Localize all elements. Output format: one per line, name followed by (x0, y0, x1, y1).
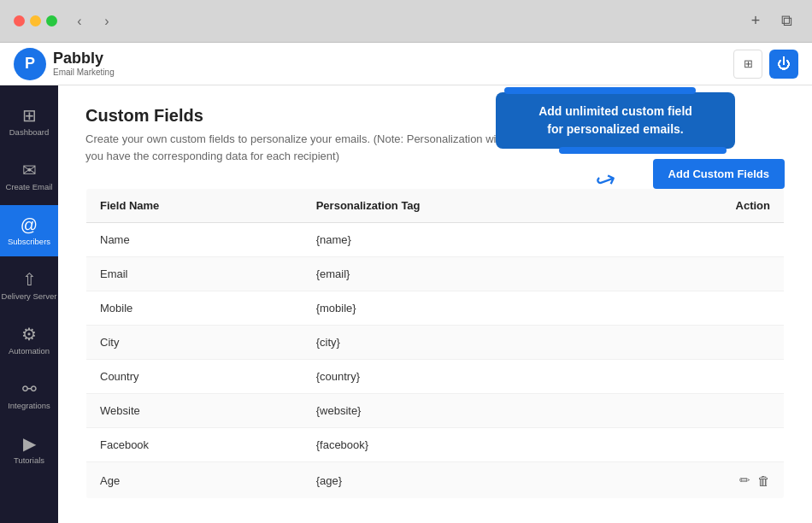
maximize-button[interactable] (46, 15, 57, 26)
cell-action (629, 223, 784, 257)
layout: ⊞ Dashboard ✉ Create Email @ Subscribers… (0, 85, 812, 523)
custom-fields-table: Field Name Personalization Tag Action Na… (85, 188, 785, 499)
table-row: City{city} (86, 326, 785, 360)
sidebar-item-tutorials[interactable]: ▶ Tutorials (0, 424, 58, 475)
delete-button[interactable]: 🗑 (757, 473, 770, 488)
col-header-field-name: Field Name (86, 189, 303, 223)
cell-field-name: Facebook (86, 428, 303, 462)
nav-buttons: ‹ › (68, 9, 119, 33)
cell-action (629, 291, 784, 326)
cell-field-name: Age (86, 462, 303, 499)
delivery-server-icon: ⇧ (22, 271, 37, 288)
tutorials-icon: ▶ (23, 435, 36, 452)
cell-personalization-tag: {name} (303, 223, 629, 257)
table-row: Age{age}✏🗑 (86, 462, 785, 499)
page-description: Create your own custom fields to persona… (85, 131, 564, 164)
logo-name: Pabbly (53, 50, 115, 68)
sidebar-item-subscribers[interactable]: @ Subscribers (0, 205, 58, 256)
cell-field-name: Country (86, 360, 303, 394)
cell-field-name: Name (86, 223, 303, 257)
create-email-icon: ✉ (22, 162, 37, 179)
cell-field-name: Email (86, 257, 303, 291)
cell-action (629, 326, 784, 360)
cell-action (629, 360, 784, 394)
browser-chrome: ‹ › + ⧉ (0, 0, 812, 43)
table-row: Email{email} (86, 257, 785, 291)
minimize-button[interactable] (30, 15, 41, 26)
forward-button[interactable]: › (95, 9, 119, 33)
cell-action (629, 394, 784, 428)
new-tab-button[interactable]: + (744, 9, 768, 33)
cell-personalization-tag: {website} (303, 394, 629, 428)
cell-personalization-tag: {facebook} (303, 428, 629, 462)
main-content: Add unlimited custom field for personali… (58, 85, 812, 523)
action-icons: ✏🗑 (643, 473, 770, 488)
table-header-row: Field Name Personalization Tag Action (86, 189, 785, 223)
sidebar-label-automation: Automation (9, 346, 50, 356)
cell-field-name: Mobile (86, 291, 303, 326)
top-bar: P Pabbly Email Marketing ⊞ ⏻ (0, 43, 812, 85)
subscribers-icon: @ (21, 216, 38, 233)
table-row: Name{name} (86, 223, 785, 257)
dashboard-icon: ⊞ (22, 107, 37, 124)
cell-field-name: Website (86, 394, 303, 428)
cell-personalization-tag: {age} (303, 462, 629, 499)
edit-button[interactable]: ✏ (739, 473, 750, 488)
cell-action (629, 428, 784, 462)
tooltip-banner: Add unlimited custom field for personali… (496, 92, 735, 149)
table-row: Website{website} (86, 394, 785, 428)
traffic-lights (14, 15, 57, 26)
cell-action: ✏🗑 (629, 462, 784, 499)
cell-field-name: City (86, 326, 303, 360)
logo-text: Pabbly Email Marketing (53, 50, 115, 77)
sidebar-item-create-email[interactable]: ✉ Create Email (0, 150, 58, 202)
window-button[interactable]: ⧉ (774, 9, 798, 33)
tooltip-line1: Add unlimited custom field (513, 103, 718, 120)
close-button[interactable] (14, 15, 25, 26)
cell-personalization-tag: {email} (303, 257, 629, 291)
col-header-personalization-tag: Personalization Tag (303, 189, 629, 223)
sidebar-item-delivery-server[interactable]: ⇧ Delivery Server (0, 260, 58, 311)
grid-button[interactable]: ⊞ (733, 50, 762, 79)
cell-action (629, 257, 784, 291)
logo-subtitle: Email Marketing (53, 68, 115, 77)
sidebar-item-dashboard[interactable]: ⊞ Dashboard (0, 96, 58, 147)
sidebar-item-integrations[interactable]: ⚯ Integrations (0, 369, 58, 420)
table-row: Facebook{facebook} (86, 428, 785, 462)
logo-area: P Pabbly Email Marketing (14, 48, 115, 80)
power-button[interactable]: ⏻ (769, 50, 798, 79)
logo-icon: P (14, 48, 46, 80)
sidebar-label-create-email: Create Email (6, 182, 53, 191)
top-bar-actions: ⊞ ⏻ (733, 50, 798, 79)
back-button[interactable]: ‹ (68, 9, 91, 33)
table-row: Mobile{mobile} (86, 291, 785, 326)
add-custom-fields-button[interactable]: Add Custom Fields (653, 159, 785, 189)
sidebar-item-automation[interactable]: ⚙ Automation (0, 314, 58, 366)
sidebar-label-delivery-server: Delivery Server (2, 291, 57, 301)
sidebar-label-integrations: Integrations (8, 401, 50, 410)
tooltip-line2: for personalized emails. (513, 120, 718, 138)
browser-actions: + ⧉ (744, 9, 798, 33)
automation-icon: ⚙ (21, 326, 37, 343)
sidebar-label-tutorials: Tutorials (14, 455, 44, 465)
sidebar-label-dashboard: Dashboard (9, 127, 49, 137)
cell-personalization-tag: {country} (303, 360, 629, 394)
sidebar-label-subscribers: Subscribers (8, 237, 50, 246)
cell-personalization-tag: {mobile} (303, 291, 629, 326)
cell-personalization-tag: {city} (303, 326, 629, 360)
integrations-icon: ⚯ (22, 380, 37, 397)
sidebar: ⊞ Dashboard ✉ Create Email @ Subscribers… (0, 85, 58, 523)
table-row: Country{country} (86, 360, 785, 394)
col-header-action: Action (629, 189, 784, 223)
